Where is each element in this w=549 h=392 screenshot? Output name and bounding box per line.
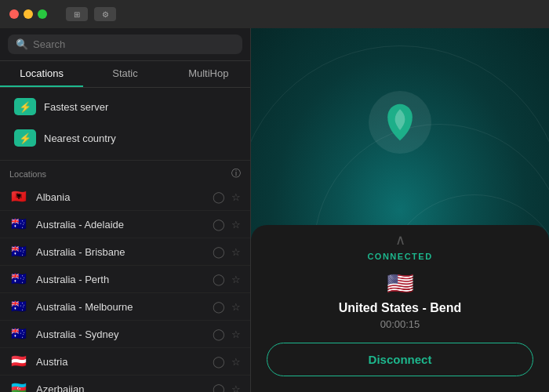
chevron-icon[interactable]: ∧ [267, 225, 533, 252]
section-title: Locations [9, 169, 46, 179]
close-button[interactable] [9, 9, 19, 19]
location-name: Australia - Brisbane [36, 246, 205, 258]
nearest-country-label: Nearest country [44, 132, 116, 144]
location-name: Austria [36, 356, 205, 368]
disconnect-button[interactable]: Disconnect [267, 343, 533, 376]
search-bar: 🔍 [0, 28, 250, 61]
location-name: Azerbaijan [36, 383, 205, 393]
star-icon[interactable]: ☆ [231, 301, 241, 313]
section-header: Locations ⓘ [0, 161, 250, 183]
flag-icon: 🇦🇺 [9, 300, 28, 313]
search-wrap[interactable]: 🔍 [8, 34, 242, 54]
flag-icon: 🇦🇺 [9, 273, 28, 285]
sidebar: 🔍 Locations Static MultiHop ⚡ Fastest se… [0, 28, 251, 392]
star-icon[interactable]: ☆ [231, 274, 241, 285]
location-actions: ◯ ☆ [213, 383, 241, 392]
location-actions: ◯ ☆ [213, 355, 241, 368]
tab-multihop[interactable]: MultiHop [167, 61, 250, 87]
load-icon: ◯ [213, 383, 225, 392]
list-item[interactable]: 🇦🇿 Azerbaijan ◯ ☆ [0, 376, 250, 392]
right-panel: ∧ CONNECTED 🇺🇸 United States - Bend 00:0… [251, 28, 549, 392]
connected-time: 00:00:15 [267, 318, 533, 330]
connected-flag: 🇺🇸 [267, 270, 533, 296]
load-icon: ◯ [213, 218, 225, 230]
title-bar: ⊞ ⚙ [0, 0, 549, 28]
list-item[interactable]: 🇦🇱 Albania ◯ ☆ [0, 183, 250, 211]
fastest-server-icon: ⚡ [14, 98, 36, 115]
star-icon[interactable]: ☆ [231, 219, 241, 230]
load-icon: ◯ [213, 245, 225, 258]
flag-icon: 🇦🇿 [9, 383, 28, 392]
flag-icon: 🇦🇱 [9, 191, 28, 203]
fastest-server-button[interactable]: ⚡ Fastest server [6, 93, 244, 121]
load-icon: ◯ [213, 191, 225, 203]
tab-static[interactable]: Static [83, 61, 166, 87]
location-actions: ◯ ☆ [213, 300, 241, 313]
fastest-server-label: Fastest server [44, 101, 108, 113]
location-name: Australia - Perth [36, 274, 205, 285]
list-item[interactable]: 🇦🇺 Australia - Perth ◯ ☆ [0, 266, 250, 293]
star-icon[interactable]: ☆ [231, 383, 241, 393]
traffic-lights [9, 9, 47, 19]
location-name: Australia - Sydney [36, 328, 205, 340]
list-item[interactable]: 🇦🇺 Australia - Sydney ◯ ☆ [0, 321, 250, 348]
list-item[interactable]: 🇦🇺 Australia - Melbourne ◯ ☆ [0, 293, 250, 321]
surfshark-logo [380, 103, 420, 142]
location-name: Albania [36, 191, 205, 203]
logo-background [369, 91, 431, 154]
star-icon[interactable]: ☆ [231, 328, 241, 340]
location-list[interactable]: 🇦🇱 Albania ◯ ☆ 🇦🇺 Australia - Adelaide ◯… [0, 183, 250, 392]
nearest-country-button[interactable]: ⚡ Nearest country [6, 124, 244, 152]
flag-icon: 🇦🇺 [9, 328, 28, 340]
tab-locations[interactable]: Locations [0, 61, 83, 87]
connected-panel: ∧ CONNECTED 🇺🇸 United States - Bend 00:0… [251, 225, 549, 392]
window-icon[interactable]: ⊞ [66, 7, 88, 21]
quick-options: ⚡ Fastest server ⚡ Nearest country [0, 88, 250, 161]
flag-icon: 🇦🇺 [9, 218, 28, 230]
location-name: Australia - Melbourne [36, 301, 205, 313]
search-icon: 🔍 [16, 38, 28, 50]
minimize-button[interactable] [24, 9, 33, 19]
logo-container [369, 91, 431, 154]
location-actions: ◯ ☆ [213, 273, 241, 285]
location-actions: ◯ ☆ [213, 245, 241, 258]
list-item[interactable]: 🇦🇺 Australia - Brisbane ◯ ☆ [0, 238, 250, 266]
load-icon: ◯ [213, 300, 225, 313]
star-icon[interactable]: ☆ [231, 191, 241, 203]
load-icon: ◯ [213, 273, 225, 285]
connected-label: CONNECTED [267, 252, 533, 261]
main-container: 🔍 Locations Static MultiHop ⚡ Fastest se… [0, 28, 549, 392]
nearest-country-icon: ⚡ [14, 129, 36, 147]
flag-icon: 🇦🇺 [9, 245, 28, 258]
settings-icon[interactable]: ⚙ [94, 7, 116, 21]
location-actions: ◯ ☆ [213, 328, 241, 340]
location-name: Australia - Adelaide [36, 219, 205, 230]
list-item[interactable]: 🇦🇹 Austria ◯ ☆ [0, 348, 250, 376]
section-info-icon: ⓘ [231, 167, 241, 180]
connected-location: United States - Bend [267, 301, 533, 315]
star-icon[interactable]: ☆ [231, 356, 241, 368]
location-actions: ◯ ☆ [213, 191, 241, 203]
title-bar-controls: ⊞ ⚙ [66, 7, 116, 21]
load-icon: ◯ [213, 328, 225, 340]
list-item[interactable]: 🇦🇺 Australia - Adelaide ◯ ☆ [0, 211, 250, 238]
search-input[interactable] [33, 38, 235, 50]
tabs-bar: Locations Static MultiHop [0, 61, 250, 88]
star-icon[interactable]: ☆ [231, 246, 241, 258]
load-icon: ◯ [213, 355, 225, 368]
flag-icon: 🇦🇹 [9, 355, 28, 368]
maximize-button[interactable] [38, 9, 47, 19]
location-actions: ◯ ☆ [213, 218, 241, 230]
